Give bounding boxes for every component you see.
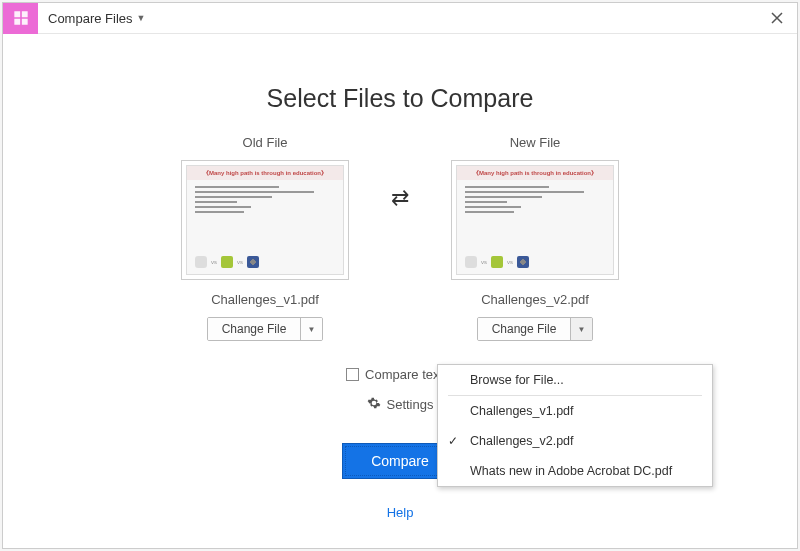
file-selection-row: Old File 《Many high path is through in e…: [43, 135, 757, 341]
new-change-file-group: Change File ▼: [477, 317, 593, 341]
new-file-label: New File: [510, 135, 561, 150]
change-file-menu: Browse for File... Challenges_v1.pdf ✓ C…: [437, 364, 713, 487]
caret-down-icon: ▼: [137, 13, 146, 23]
new-file-preview: 《Many high path is through in education》…: [456, 165, 614, 275]
menu-item-label: Challenges_v1.pdf: [470, 404, 574, 418]
close-button[interactable]: [757, 3, 797, 34]
check-icon: ✓: [448, 434, 458, 448]
app-icon: [3, 3, 38, 34]
menu-recent-file[interactable]: Challenges_v1.pdf: [438, 396, 712, 426]
old-file-preview: 《Many high path is through in education》…: [186, 165, 344, 275]
chevron-down-icon: ▼: [578, 325, 586, 334]
chevron-down-icon: ▼: [308, 325, 316, 334]
title-dropdown[interactable]: Compare Files ▼: [38, 11, 145, 26]
window-title: Compare Files: [48, 11, 133, 26]
new-change-file-dropdown[interactable]: ▼: [570, 318, 592, 340]
old-change-file-button[interactable]: Change File: [208, 318, 300, 340]
old-file-name: Challenges_v1.pdf: [211, 292, 319, 307]
old-file-thumbnail[interactable]: 《Many high path is through in education》…: [181, 160, 349, 280]
menu-recent-file[interactable]: ✓ Challenges_v2.pdf: [438, 426, 712, 456]
titlebar: Compare Files ▼: [3, 3, 797, 34]
compare-text-only-checkbox[interactable]: [346, 368, 359, 381]
close-icon: [771, 12, 783, 24]
page-heading: Select Files to Compare: [43, 84, 757, 113]
settings-label: Settings: [387, 397, 434, 412]
new-file-thumbnail[interactable]: 《Many high path is through in education》…: [451, 160, 619, 280]
swap-column: ⇄: [365, 135, 435, 211]
old-file-column: Old File 《Many high path is through in e…: [165, 135, 365, 341]
old-change-file-group: Change File ▼: [207, 317, 323, 341]
menu-browse-for-file[interactable]: Browse for File...: [438, 365, 712, 395]
old-file-preview-title: 《Many high path is through in education》: [187, 166, 343, 180]
new-file-preview-title: 《Many high path is through in education》: [457, 166, 613, 180]
settings-row[interactable]: Settings: [367, 396, 434, 413]
new-file-name: Challenges_v2.pdf: [481, 292, 589, 307]
compare-files-window: Compare Files ▼ Select Files to Compare …: [2, 2, 798, 549]
menu-item-label: Whats new in Adobe Acrobat DC.pdf: [470, 464, 672, 478]
new-change-file-button[interactable]: Change File: [478, 318, 570, 340]
old-file-label: Old File: [243, 135, 288, 150]
menu-recent-file[interactable]: Whats new in Adobe Acrobat DC.pdf: [438, 456, 712, 486]
menu-item-label: Challenges_v2.pdf: [470, 434, 574, 448]
gear-icon: [367, 396, 381, 413]
new-file-column: New File 《Many high path is through in e…: [435, 135, 635, 341]
swap-button[interactable]: ⇄: [391, 185, 409, 211]
help-link[interactable]: Help: [387, 505, 414, 520]
old-change-file-dropdown[interactable]: ▼: [300, 318, 322, 340]
